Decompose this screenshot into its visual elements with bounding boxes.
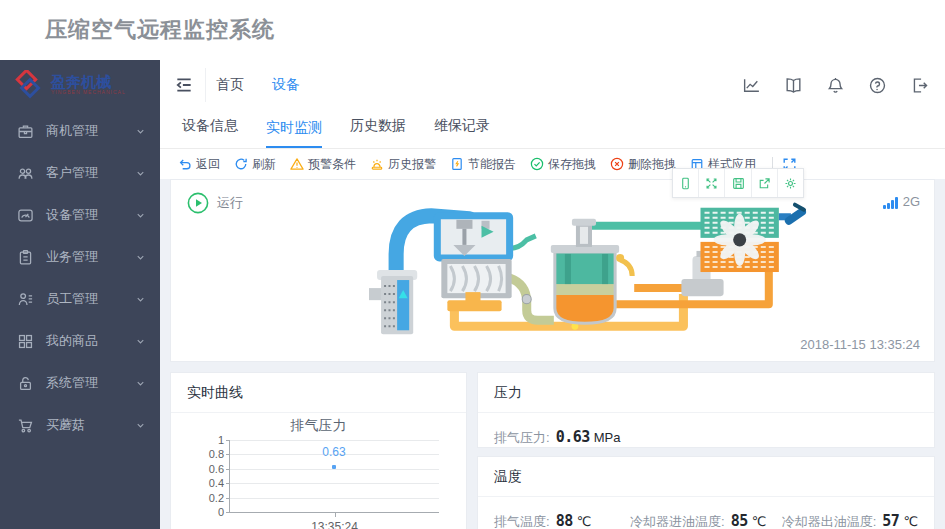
sidebar-item-employees[interactable]: 员工管理 [0, 278, 160, 320]
chevron-down-icon [135, 336, 146, 347]
sidebar-item-system[interactable]: 系统管理 [0, 362, 160, 404]
sidebar-item-operations[interactable]: 业务管理 [0, 236, 160, 278]
tabbar: 设备信息 实时监测 历史数据 维保记录 [160, 110, 945, 149]
app-root: 压缩空气远程监控系统 盈奔机械 YINGBEN MECHANICAL 商机管理 … [0, 0, 945, 529]
logo-subtitle: YINGBEN MECHANICAL [51, 89, 126, 96]
cooler-oil-out-temperature-metric: 冷却器出油温度: 57 ℃ [782, 512, 918, 529]
page-header: 压缩空气远程监控系统 [0, 0, 945, 60]
mobile-icon[interactable] [673, 169, 699, 197]
monitor-panel: 运行 2G [170, 179, 935, 362]
run-status-label: 运行 [217, 194, 243, 212]
metric-unit: ℃ [577, 514, 592, 529]
metric-value: 0.63 [556, 428, 590, 446]
diagram-timestamp: 2018-11-15 13:35:24 [800, 337, 920, 352]
save-icon[interactable] [725, 169, 751, 197]
save-drag-button[interactable]: 保存拖拽 [530, 156, 596, 173]
delete-drag-button[interactable]: 删除拖拽 [610, 156, 676, 173]
tab-history-data[interactable]: 历史数据 [350, 117, 406, 148]
metric-unit: ℃ [903, 514, 918, 529]
refresh-button[interactable]: 刷新 [234, 156, 276, 173]
sidebar-item-label: 我的商品 [46, 332, 135, 350]
sidebar-item-buy-mushroom[interactable]: 买蘑菇 [0, 404, 160, 446]
alarm-history-button[interactable]: 历史报警 [370, 156, 436, 173]
collapse-sidebar-icon[interactable] [174, 75, 194, 95]
chevron-down-icon [135, 252, 146, 263]
signal-label: 2G [903, 194, 920, 209]
page-title: 压缩空气远程监控系统 [45, 15, 275, 45]
back-button[interactable]: 返回 [178, 156, 220, 173]
save-drag-label: 保存拖拽 [548, 156, 596, 173]
briefcase-icon [17, 123, 34, 140]
cooler-fan [714, 214, 766, 266]
pipe-fitting [522, 295, 531, 304]
warning-icon [290, 157, 304, 171]
metric-value: 88 [556, 512, 573, 529]
chevron-down-icon [135, 294, 146, 305]
intake-valve [437, 216, 509, 258]
sidebar-item-devices[interactable]: 设备管理 [0, 194, 160, 236]
logo-diamond-icon [13, 70, 43, 100]
pressure-chart: 1 0.8 0.6 0.4 0.2 0 0.63 13:35:24 [229, 440, 439, 513]
y-tick: 0 [194, 506, 224, 518]
metric-label: 排气压力: [494, 429, 550, 447]
play-icon[interactable] [187, 192, 209, 214]
fullscreen-icon[interactable] [699, 169, 725, 197]
metric-unit: MPa [594, 430, 621, 445]
temperature-panel: 温度 排气温度: 88 ℃ 冷却器进油温度: 85 ℃ 冷却器出油温度: 57 … [477, 456, 935, 529]
exhaust-pressure-metric: 排气压力: 0.63 MPa [494, 428, 620, 447]
metric-unit: ℃ [752, 514, 767, 529]
alarm-history-label: 历史报警 [388, 156, 436, 173]
sidebar-item-my-products[interactable]: 我的商品 [0, 320, 160, 362]
sidebar-item-label: 系统管理 [46, 374, 135, 392]
lock-icon [17, 375, 34, 392]
logo: 盈奔机械 YINGBEN MECHANICAL [0, 60, 160, 110]
logout-icon[interactable] [910, 76, 929, 95]
pressure-panel: 压力 排气压力: 0.63 MPa [477, 372, 935, 448]
metric-label: 冷却器出油温度: [782, 513, 877, 529]
book-icon[interactable] [784, 76, 803, 95]
metric-label: 排气温度: [494, 513, 550, 529]
cooler [701, 208, 779, 272]
compressor-diagram [369, 195, 811, 342]
logo-text: 盈奔机械 [51, 74, 126, 89]
settings-icon[interactable] [778, 169, 803, 197]
metric-value: 57 [882, 512, 899, 529]
chevron-down-icon [135, 126, 146, 137]
sidebar-item-customers[interactable]: 客户管理 [0, 152, 160, 194]
signal-indicator: 2G [883, 194, 920, 209]
air-filter [369, 270, 417, 334]
users-icon [17, 165, 34, 182]
refresh-icon [234, 157, 248, 171]
x-circle-icon [610, 157, 624, 171]
report-icon [450, 157, 464, 171]
alarm-icon [370, 157, 384, 171]
chevron-down-icon [135, 420, 146, 431]
metric-label: 冷却器进油温度: [630, 513, 725, 529]
data-point-label: 0.63 [322, 445, 345, 459]
y-tick: 0.8 [194, 448, 224, 460]
alert-condition-button[interactable]: 预警条件 [290, 156, 356, 173]
energy-report-button[interactable]: 节能报告 [450, 156, 516, 173]
x-tick-label: 13:35:24 [311, 520, 358, 529]
run-status: 运行 [187, 192, 243, 214]
tab-realtime-monitor[interactable]: 实时监测 [266, 119, 322, 148]
sidebar-item-label: 设备管理 [46, 206, 135, 224]
tab-maintenance-record[interactable]: 维保记录 [434, 117, 490, 148]
clipboard-icon [17, 249, 34, 266]
action-toolbar: 返回 刷新 预警条件 历史报警 节能报告 保存拖拽 [160, 149, 945, 179]
sidebar-item-business-opportunity[interactable]: 商机管理 [0, 110, 160, 152]
bell-icon[interactable] [826, 76, 845, 95]
sidebar: 盈奔机械 YINGBEN MECHANICAL 商机管理 客户管理 设备管理 业… [0, 60, 160, 529]
export-icon[interactable] [752, 169, 778, 197]
curve-panel-title: 实时曲线 [171, 373, 466, 413]
pressure-panel-title: 压力 [478, 373, 934, 413]
refresh-label: 刷新 [252, 156, 276, 173]
help-icon[interactable] [868, 76, 887, 95]
tab-device-info[interactable]: 设备信息 [182, 117, 238, 148]
check-circle-icon [530, 157, 544, 171]
breadcrumb-home[interactable]: 首页 [216, 76, 244, 94]
breadcrumb-device[interactable]: 设备 [272, 76, 300, 94]
trend-icon[interactable] [742, 76, 761, 95]
signal-bars-icon [883, 197, 898, 209]
chevron-down-icon [135, 378, 146, 389]
